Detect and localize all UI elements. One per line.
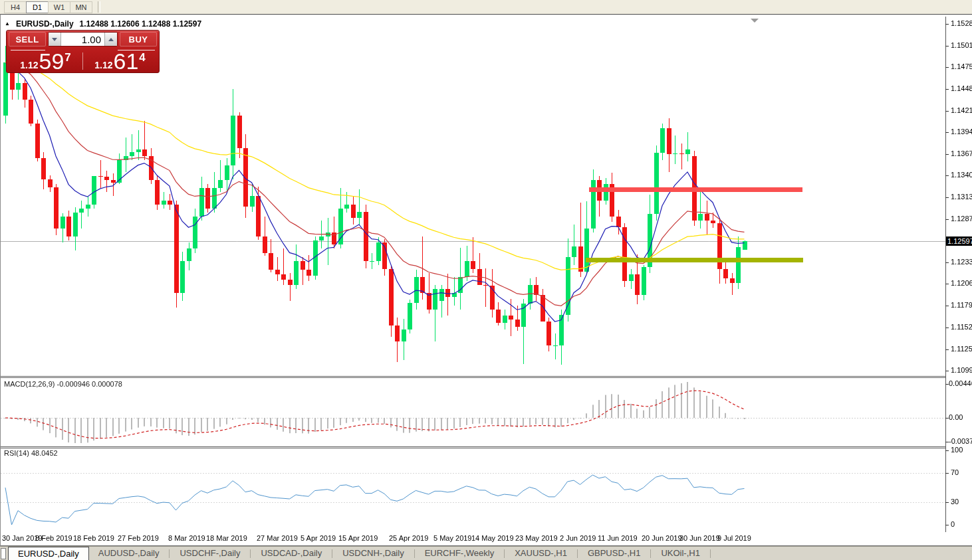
current-price-badge: 1.12597 — [946, 236, 972, 246]
date-axis[interactable]: 30 Jan 20198 Feb 201918 Feb 201927 Feb 2… — [1, 532, 972, 547]
chart-tab-ukoil-h1[interactable]: UKOil-,H1 — [652, 547, 709, 560]
chart-tab-usdcad-daily[interactable]: USDCAD-,Daily — [251, 547, 331, 560]
date-axis-label: 27 Feb 2019 — [118, 534, 159, 542]
buy-button[interactable]: BUY — [120, 32, 157, 47]
triangle-down-icon — [52, 38, 57, 41]
chart-symbol-title: EURUSD-,Daily — [16, 19, 74, 29]
chart-tab-usdchf-daily[interactable]: USDCHF-,Daily — [170, 547, 249, 560]
timeframe-button-mn[interactable]: MN — [70, 1, 92, 13]
date-axis-label: 14 May 2019 — [471, 534, 514, 542]
price-axis-label: 1.11525 — [951, 323, 972, 331]
macd-axis-label: 0.004465 — [949, 379, 972, 387]
price-axis-label: 1.15285 — [951, 19, 972, 27]
ask-price-prefix: 1.12 — [94, 60, 112, 70]
date-axis-label: 23 May 2019 — [515, 534, 558, 542]
bid-price-prefix: 1.12 — [20, 60, 38, 70]
date-axis-label: 18 Mar 2019 — [206, 534, 247, 542]
chart-tab-xauusd-h1[interactable]: XAUUSD-,H1 — [505, 547, 576, 560]
chart-tab-bar: EURUSD-,DailyAUDUSD-,DailyUSDCHF-,DailyU… — [0, 546, 972, 560]
date-axis-label: 27 Mar 2019 — [257, 534, 298, 542]
date-axis-label: 11 Jun 2019 — [598, 534, 638, 542]
tab-separator — [414, 549, 415, 558]
volume-input[interactable] — [61, 33, 104, 46]
tab-separator — [504, 549, 505, 558]
ask-price-sup: 4 — [139, 52, 145, 63]
macd-axis-label: -0.003715 — [949, 437, 972, 445]
rsi-indicator-label: RSI(14) 48.0452 — [4, 449, 58, 457]
price-axis-label: 1.15015 — [951, 41, 972, 49]
ask-price[interactable]: 1.12614 — [83, 51, 157, 71]
macd-indicator-label: MACD(12,26,9) -0.000946 0.000078 — [4, 380, 122, 388]
tab-separator — [169, 549, 170, 558]
date-axis-label: 8 Feb 2019 — [35, 534, 72, 542]
chart-tab-audusd-daily[interactable]: AUDUSD-,Daily — [89, 547, 169, 560]
mt4-app: H4D1W1MN ▲ EURUSD-,Daily 1.12488 1.12606… — [0, 0, 972, 560]
date-axis-label: 5 Apr 2019 — [301, 534, 336, 542]
toolbar-separator — [98, 1, 100, 13]
tab-separator — [577, 549, 578, 558]
tab-separator — [332, 549, 332, 558]
triangle-up-icon — [108, 38, 114, 41]
date-axis-label: 2 Jun 2019 — [560, 534, 596, 542]
chart-tab-eurchf-weekly[interactable]: EURCHF-,Weekly — [416, 547, 504, 560]
chart-tab-gbpusd-h1[interactable]: GBPUSD-,H1 — [578, 547, 650, 560]
date-axis-label: 25 Apr 2019 — [389, 534, 428, 542]
chart-overlay: ▲ EURUSD-,Daily 1.12488 1.12606 1.12488 … — [1, 15, 972, 533]
price-axis-label: 1.11795 — [951, 301, 972, 309]
timeframe-button-w1[interactable]: W1 — [48, 1, 70, 13]
price-axis-label: 1.14480 — [951, 84, 972, 92]
date-axis-label: 30 Jun 2019 — [679, 534, 720, 542]
price-axis-label: 1.12870 — [951, 215, 972, 223]
timeframe-toolbar: H4D1W1MN — [0, 0, 972, 15]
price-axis-label: 1.14750 — [951, 62, 972, 70]
price-axis-label: 1.11255 — [951, 345, 972, 353]
sell-button[interactable]: SELL — [9, 32, 46, 47]
bid-price-big: 59 — [39, 51, 64, 72]
rsi-axis-label: 0 — [951, 520, 955, 528]
date-axis-label: 18 Feb 2019 — [73, 534, 114, 542]
rsi-axis-label: 100 — [951, 446, 963, 454]
chart-tab-eurusd-daily[interactable]: EURUSD-,Daily — [8, 547, 89, 560]
rsi-axis-label: 70 — [951, 468, 959, 476]
tab-separator — [710, 549, 711, 558]
price-axis-label: 1.12065 — [951, 279, 972, 287]
timeframe-button-d1[interactable]: D1 — [26, 1, 49, 13]
volume-spinner — [48, 32, 118, 47]
ask-price-big: 61 — [113, 51, 138, 72]
collapse-arrow-icon[interactable]: ▲ — [5, 21, 10, 27]
chart-tabs: EURUSD-,DailyAUDUSD-,DailyUSDCHF-,DailyU… — [8, 547, 711, 560]
one-click-trading-panel: SELL BUY 1.12597 1.12614 — [6, 30, 160, 73]
price-axis-label: 1.13945 — [951, 128, 972, 136]
chart-ohlc-values: 1.12488 1.12606 1.12488 1.12597 — [80, 19, 202, 29]
timeframe-buttons: H4D1W1MN — [4, 1, 92, 13]
date-axis-label: 5 May 2019 — [433, 534, 471, 542]
tab-separator — [650, 549, 651, 558]
price-axis-label: 1.13405 — [951, 171, 972, 179]
tab-separator — [250, 549, 251, 558]
price-axis-label: 1.12330 — [951, 258, 972, 266]
trade-panel-top-row: SELL BUY — [9, 32, 157, 47]
volume-decrease-button[interactable] — [49, 33, 61, 46]
timeframe-button-h4[interactable]: H4 — [4, 1, 27, 13]
date-axis-label: 20 Jun 2019 — [642, 534, 682, 542]
date-axis-label: 8 Mar 2019 — [168, 534, 205, 542]
chart-window: ▲ EURUSD-,Daily 1.12488 1.12606 1.12488 … — [0, 14, 972, 546]
date-axis-label: 15 Apr 2019 — [338, 534, 378, 542]
price-axis-label: 1.10990 — [951, 366, 972, 374]
tab-scroll-spacer[interactable] — [1, 548, 6, 559]
trade-panel-prices: 1.12597 1.12614 — [9, 51, 157, 71]
volume-increase-button[interactable] — [104, 33, 117, 46]
chart-tab-usdcnh-daily[interactable]: USDCNH-,Daily — [333, 547, 413, 560]
date-axis-label: 9 Jul 2019 — [717, 534, 751, 542]
price-axis-label: 1.13135 — [951, 193, 972, 201]
chart-header: ▲ EURUSD-,Daily 1.12488 1.12606 1.12488 … — [5, 19, 201, 29]
bid-price[interactable]: 1.12597 — [9, 51, 82, 71]
price-axis-label: 1.14210 — [951, 106, 972, 114]
macd-axis-label: 0.00 — [949, 413, 963, 421]
price-axis-label: 1.13675 — [951, 149, 972, 157]
bid-price-sup: 7 — [64, 52, 70, 63]
rsi-axis-label: 30 — [951, 498, 959, 506]
